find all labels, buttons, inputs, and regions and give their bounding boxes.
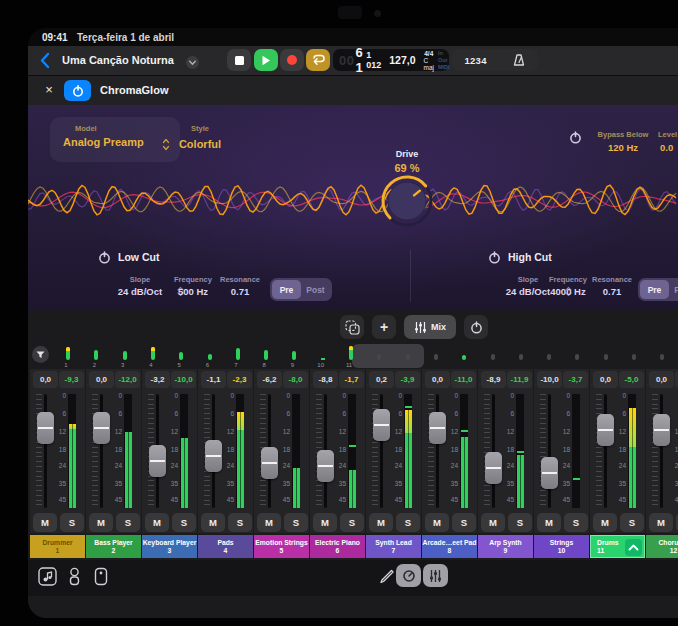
volume-value[interactable]: -5,0: [619, 371, 644, 388]
volume-value[interactable]: -2,3: [227, 371, 252, 388]
back-chevron-icon[interactable]: [40, 52, 50, 73]
mute-button[interactable]: M: [257, 513, 281, 532]
lcd-display[interactable]: 00 6 1 1 012 127,0 4/4 C maj In Out MIDI: [333, 49, 449, 71]
cycle-button[interactable]: [306, 49, 330, 71]
volume-value[interactable]: -11,9: [507, 371, 532, 388]
bypass-power-icon[interactable]: [569, 131, 582, 144]
low-cut-resonance-value[interactable]: 0.71: [205, 286, 275, 297]
pre-button[interactable]: Pre: [640, 280, 669, 299]
volume-value[interactable]: -3,9: [395, 371, 420, 388]
track-label-6[interactable]: Electric Piano6: [310, 535, 365, 558]
post-button[interactable]: Post: [301, 280, 330, 299]
fader-handle[interactable]: [37, 412, 54, 444]
track-label-2[interactable]: Bass Player2: [86, 535, 141, 558]
fader-handle[interactable]: [317, 450, 334, 482]
fader-handle[interactable]: [429, 412, 446, 444]
solo-button[interactable]: S: [564, 513, 588, 532]
pan-value[interactable]: 0,0: [649, 371, 674, 388]
mute-button[interactable]: M: [145, 513, 169, 532]
volume-value[interactable]: -8,0: [283, 371, 308, 388]
drive-knob[interactable]: [377, 171, 437, 231]
metronome-icon[interactable]: [512, 53, 526, 67]
track-label-1[interactable]: Drummer1: [30, 535, 85, 558]
pan-value[interactable]: 0,2: [369, 371, 394, 388]
low-cut-power-icon[interactable]: [98, 251, 111, 264]
style-selector[interactable]: Style Colorful: [158, 117, 242, 162]
controls-view-button[interactable]: [396, 564, 421, 587]
collapse-chevron-button[interactable]: [625, 539, 642, 556]
volume-value[interactable]: -9,3: [59, 371, 84, 388]
solo-button[interactable]: S: [284, 513, 308, 532]
pan-value[interactable]: 0,0: [425, 371, 450, 388]
mixer-view-button[interactable]: [423, 564, 448, 587]
fader-handle[interactable]: [485, 452, 502, 484]
mute-button[interactable]: M: [593, 513, 617, 532]
pencil-icon[interactable]: [378, 568, 395, 585]
solo-button[interactable]: S: [396, 513, 420, 532]
mute-button[interactable]: M: [425, 513, 449, 532]
track-label-12[interactable]: Chorus V12: [646, 535, 678, 558]
fader-handle[interactable]: [149, 445, 166, 477]
fader-handle[interactable]: [653, 414, 670, 446]
mute-button[interactable]: M: [369, 513, 393, 532]
solo-button[interactable]: S: [172, 513, 196, 532]
track-label-3[interactable]: Keyboard Player3: [142, 535, 197, 558]
volume-value[interactable]: -11,0: [451, 371, 476, 388]
fader-handle[interactable]: [93, 412, 110, 444]
solo-button[interactable]: S: [452, 513, 476, 532]
play-button[interactable]: [254, 49, 278, 71]
solo-button[interactable]: S: [228, 513, 252, 532]
project-title[interactable]: Uma Canção Noturna: [62, 54, 174, 66]
track-label-4[interactable]: Pads4: [198, 535, 253, 558]
solo-button[interactable]: S: [116, 513, 140, 532]
mute-button[interactable]: M: [537, 513, 561, 532]
track-label-8[interactable]: Arcade…eet Pad8: [422, 535, 477, 558]
mute-button[interactable]: M: [89, 513, 113, 532]
pan-value[interactable]: -10,0: [537, 371, 562, 388]
remote-display-icon[interactable]: [94, 567, 108, 586]
fader-handle[interactable]: [541, 457, 558, 489]
volume-value[interactable]: -10,0: [171, 371, 196, 388]
pan-value[interactable]: 0,0: [89, 371, 114, 388]
pan-value[interactable]: 0,0: [33, 371, 58, 388]
bypass-below-value[interactable]: 120 Hz: [584, 142, 662, 153]
record-button[interactable]: [280, 49, 304, 71]
fader-handle[interactable]: [205, 440, 222, 472]
mute-button[interactable]: M: [33, 513, 57, 532]
loops-browser-icon[interactable]: [38, 567, 57, 586]
patch-cables-icon[interactable]: [66, 567, 83, 586]
post-button[interactable]: Post: [669, 280, 678, 299]
pan-value[interactable]: 0,0: [593, 371, 618, 388]
mute-button[interactable]: M: [481, 513, 505, 532]
volume-value[interactable]: -12,0: [115, 371, 140, 388]
fader-handle[interactable]: [373, 409, 390, 441]
plugin-power-button[interactable]: [64, 80, 91, 101]
close-icon[interactable]: ×: [41, 82, 57, 98]
mute-button[interactable]: M: [201, 513, 225, 532]
fader-handle[interactable]: [261, 447, 278, 479]
level-value[interactable]: 0.0: [660, 142, 678, 153]
pan-value[interactable]: -6,2: [257, 371, 282, 388]
volume-value[interactable]: -3,7: [563, 371, 588, 388]
title-chevron-down-icon[interactable]: [186, 55, 199, 73]
stop-button[interactable]: [227, 49, 251, 71]
track-label-11[interactable]: Drums11: [590, 535, 645, 558]
solo-button[interactable]: S: [340, 513, 364, 532]
pan-value[interactable]: -1,1: [201, 371, 226, 388]
fader-handle[interactable]: [597, 414, 614, 446]
pan-value[interactable]: -8,8: [313, 371, 338, 388]
pre-button[interactable]: Pre: [272, 280, 301, 299]
track-label-10[interactable]: Strings10: [534, 535, 589, 558]
track-label-7[interactable]: Synth Lead7: [366, 535, 421, 558]
track-label-9[interactable]: Arp Synth9: [478, 535, 533, 558]
solo-button[interactable]: S: [620, 513, 644, 532]
mute-button[interactable]: M: [313, 513, 337, 532]
track-label-5[interactable]: Emotion Strings5: [254, 535, 309, 558]
pan-value[interactable]: -3,2: [145, 371, 170, 388]
solo-button[interactable]: S: [60, 513, 84, 532]
count-in-button[interactable]: 1234: [464, 55, 486, 66]
pan-value[interactable]: -8,9: [481, 371, 506, 388]
high-cut-power-icon[interactable]: [488, 251, 501, 264]
mute-button[interactable]: M: [649, 513, 673, 532]
solo-button[interactable]: S: [508, 513, 532, 532]
